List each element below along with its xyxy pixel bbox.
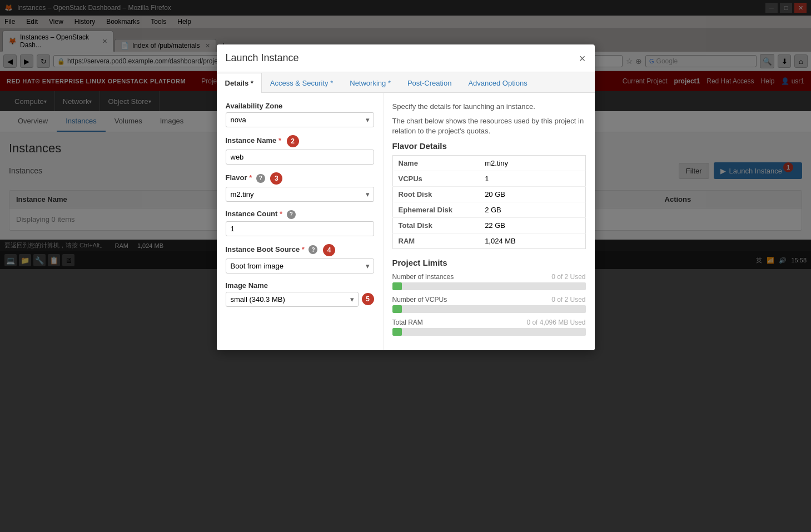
flavor-key: Ephemeral Disk [392,202,479,217]
modal-tab-access[interactable]: Access & Security * [262,73,341,93]
instance-count-help-icon[interactable]: ? [287,210,296,219]
modal-info-panel: Specify the details for launching an ins… [384,93,595,269]
modal-close-button[interactable]: × [579,53,586,64]
instance-name-label: Instance Name * 2 [226,135,374,147]
instance-count-required: * [280,210,282,218]
flavor-required: * [249,173,252,182]
flavor-key: VCPUs [392,171,479,186]
flavor-key: Name [392,155,479,171]
instance-count-input[interactable] [226,221,374,236]
info-line1: Specify the details for launching an ins… [392,102,586,112]
flavor-key: Total Disk [392,217,479,233]
modal-body: Availability Zone nova Instance Name * 2 [217,93,595,269]
info-line2: The chart below shows the resources used… [392,116,586,136]
flavor-value: 1,024 MB [479,233,585,248]
project-limits-section: Project Limits Number of Instances 0 of … [392,258,586,269]
boot-source-badge: 4 [323,244,335,256]
flavor-table-row: Ephemeral Disk2 GB [392,202,585,217]
modal-form-panel: Availability Zone nova Instance Name * 2 [217,93,384,269]
availability-zone-group: Availability Zone nova [226,102,374,127]
instance-name-input[interactable] [226,150,374,165]
flavor-value: 1 [479,171,585,186]
flavor-value: m2.tiny [479,155,585,171]
flavor-group: Flavor * ? 3 m2.tiny [226,172,374,202]
modal-tabs: Details * Access & Security * Networking… [217,72,595,93]
modal-tab-details[interactable]: Details * [217,73,262,93]
availability-zone-select[interactable]: nova [226,112,374,127]
modal-tab-postcreation[interactable]: Post-Creation [399,73,460,93]
flavor-table-row: Root Disk20 GB [392,186,585,202]
instance-name-group: Instance Name * 2 [226,135,374,165]
flavor-select[interactable]: m2.tiny [226,187,374,202]
flavor-table-row: Total Disk22 GB [392,217,585,233]
flavor-key: RAM [392,233,479,248]
instance-name-badge: 2 [287,135,299,147]
boot-source-label: Instance Boot Source * ? 4 [226,244,374,256]
flavor-help-icon[interactable]: ? [256,174,265,183]
boot-source-select[interactable]: Boot from image [226,258,374,270]
instance-count-group: Instance Count * ? [226,210,374,236]
modal-tab-networking[interactable]: Networking * [341,73,399,93]
flavor-value: 2 GB [479,202,585,217]
flavor-table-row: RAM1,024 MB [392,233,585,248]
flavor-table-row: VCPUs1 [392,171,585,186]
modal-title: Launch Instance [226,52,299,64]
flavor-wrapper: m2.tiny [226,187,374,202]
boot-source-wrapper: Boot from image [226,258,374,270]
availability-zone-label: Availability Zone [226,102,374,110]
boot-source-help-icon[interactable]: ? [309,245,317,254]
instance-count-label: Instance Count * ? [226,210,374,219]
modal-header: Launch Instance × [217,44,595,72]
modal-overlay: Launch Instance × Details * Access & Sec… [0,0,811,269]
flavor-value: 22 GB [479,217,585,233]
availability-zone-wrapper: nova [226,112,374,127]
launch-instance-modal: Launch Instance × Details * Access & Sec… [217,44,595,269]
flavor-label: Flavor * ? 3 [226,172,374,185]
flavor-details-table: Namem2.tinyVCPUs1Root Disk20 GBEphemeral… [392,155,586,249]
flavor-key: Root Disk [392,186,479,202]
instance-name-required: * [278,136,281,145]
boot-source-group: Instance Boot Source * ? 4 Boot from ima… [226,244,374,270]
modal-tab-advanced[interactable]: Advanced Options [460,73,535,93]
flavor-details-title: Flavor Details [392,141,586,151]
flavor-value: 20 GB [479,186,585,202]
project-limits-title: Project Limits [392,258,586,267]
boot-source-required: * [302,245,305,253]
flavor-badge: 3 [270,172,282,185]
flavor-table-row: Namem2.tiny [392,155,585,171]
